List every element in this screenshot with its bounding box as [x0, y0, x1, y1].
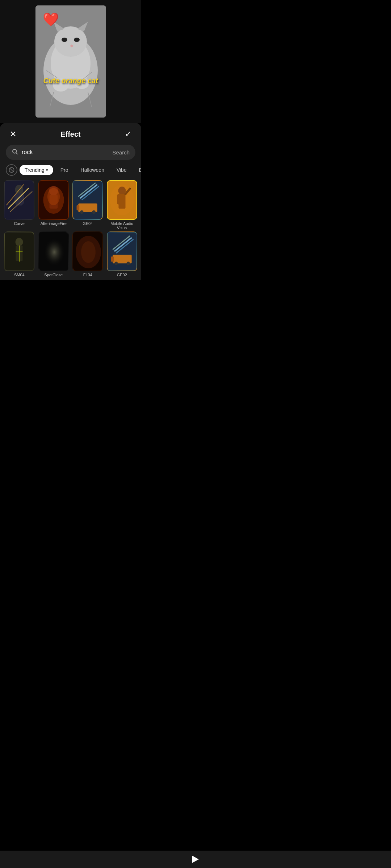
video-preview: ❤️ Cute orange cat — [0, 0, 141, 123]
effect-label-curve: Curve — [14, 221, 25, 226]
effect-item-afterimage-fire[interactable]: AfterimageFire — [37, 180, 70, 230]
search-input[interactable] — [22, 149, 109, 156]
svg-point-45 — [110, 184, 134, 216]
search-button[interactable]: Search — [112, 149, 130, 156]
tab-basic[interactable]: Basic — [134, 165, 141, 175]
svg-point-7 — [74, 38, 80, 42]
svg-point-47 — [16, 238, 23, 246]
effect-label-ge04: GE04 — [83, 221, 93, 226]
effect-thumb-fl04 — [72, 231, 103, 271]
svg-point-52 — [43, 238, 65, 267]
svg-rect-56 — [108, 233, 136, 271]
effect-thumb-curve — [4, 180, 34, 220]
cat-thumbnail: ❤️ Cute orange cat — [35, 5, 106, 118]
effect-panel: ✕ Effect ✓ Search Trending ▾ Pro — [0, 123, 141, 280]
pro-label: Pro — [60, 167, 68, 173]
effect-label-afterimage: AfterimageFire — [41, 221, 67, 226]
svg-point-55 — [81, 241, 96, 263]
effect-item-mobile-audio[interactable]: Mobile Audio Visua — [106, 180, 139, 230]
svg-point-60 — [126, 262, 130, 265]
svg-point-3 — [54, 26, 87, 57]
svg-point-6 — [62, 38, 67, 42]
svg-point-31 — [47, 188, 60, 205]
svg-rect-34 — [77, 205, 80, 210]
effect-header: ✕ Effect ✓ — [0, 123, 141, 143]
vibe-label: Vibe — [117, 167, 127, 173]
effect-label-sm04: SM04 — [14, 273, 25, 277]
effect-thumb-ge04 — [72, 180, 103, 220]
basic-label: Basic — [139, 167, 141, 173]
panel-title: Effect — [60, 130, 81, 139]
svg-point-35 — [80, 210, 84, 214]
svg-line-16 — [16, 153, 17, 154]
svg-point-15 — [13, 149, 17, 153]
svg-point-36 — [92, 210, 96, 214]
category-tabs: Trending ▾ Pro Halloween Vibe Basic Ope.… — [0, 164, 141, 180]
effect-item-ge02[interactable]: GE02 — [106, 231, 139, 277]
no-effect-button[interactable] — [6, 164, 17, 176]
effect-label-ge02: GE02 — [117, 273, 127, 277]
svg-rect-58 — [111, 256, 114, 261]
effect-item-spotclose[interactable]: SpotClose — [37, 231, 70, 277]
effect-item-sm04[interactable]: SM04 — [3, 231, 36, 277]
tab-vibe[interactable]: Vibe — [112, 165, 132, 175]
tab-pro[interactable]: Pro — [55, 165, 73, 175]
confirm-button[interactable]: ✓ — [122, 129, 134, 139]
effect-thumb-mobile — [107, 180, 137, 220]
tab-halloween[interactable]: Halloween — [76, 165, 109, 175]
cat-text-overlay: Cute orange cat — [43, 77, 98, 85]
trending-label: Trending — [25, 167, 45, 173]
svg-line-18 — [10, 168, 13, 171]
svg-point-59 — [114, 262, 118, 265]
effect-thumb-ge02 — [107, 231, 137, 271]
chevron-down-icon: ▾ — [46, 168, 48, 173]
halloween-label: Halloween — [81, 167, 104, 173]
effect-label-mobile-audio: Mobile Audio Visua — [106, 221, 139, 230]
effect-item-fl04[interactable]: FL04 — [71, 231, 104, 277]
close-button[interactable]: ✕ — [7, 129, 19, 139]
effect-thumb-spotclose — [38, 231, 69, 271]
tab-trending[interactable]: Trending ▾ — [20, 165, 53, 175]
search-bar[interactable]: Search — [6, 145, 135, 160]
effect-item-ge04[interactable]: GE04 — [71, 180, 104, 230]
effects-grid: Curve AfterimageFire — [0, 180, 141, 280]
effect-label-spotclose: SpotClose — [44, 273, 63, 277]
heart-icon: ❤️ — [43, 12, 59, 27]
effect-thumb-afterimage — [38, 180, 69, 220]
effect-thumb-sm04 — [4, 231, 34, 271]
effect-label-fl04: FL04 — [83, 273, 92, 277]
effect-item-curve[interactable]: Curve — [3, 180, 36, 230]
search-icon — [12, 148, 18, 156]
